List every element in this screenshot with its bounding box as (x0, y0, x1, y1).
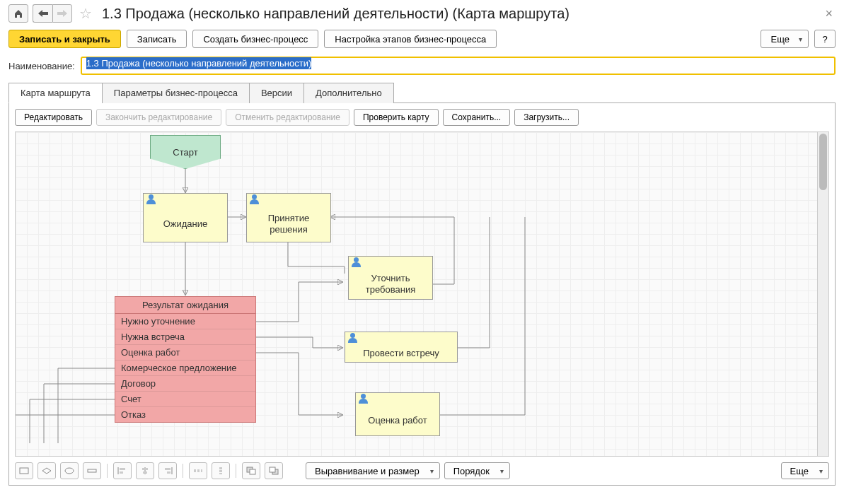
separator (183, 464, 183, 478)
svg-rect-11 (165, 468, 170, 470)
svg-rect-14 (197, 469, 200, 472)
distribute-icon (193, 467, 203, 475)
page-title: 1.3 Продажа (несколько направлений деяте… (102, 6, 818, 22)
tab-extra[interactable]: Дополнительно (304, 83, 394, 103)
shape-icon (87, 467, 97, 474)
separator (107, 464, 108, 478)
person-icon (146, 194, 156, 204)
stage-settings-button[interactable]: Настройка этапов бизнес-процесса (324, 30, 497, 48)
flow-switch-opt[interactable]: Отказ (115, 407, 255, 422)
check-map-button[interactable]: Проверить карту (354, 109, 439, 126)
shape-tool-2[interactable] (37, 462, 56, 479)
name-input[interactable]: 1.3 Продажа (несколько направлений деяте… (81, 57, 836, 75)
finish-edit-button: Закончить редактирование (96, 109, 221, 126)
svg-rect-16 (219, 467, 222, 469)
align-tool-1[interactable] (113, 462, 132, 479)
favorite-icon[interactable]: ☆ (79, 5, 92, 22)
home-button[interactable] (8, 4, 28, 23)
separator (236, 464, 236, 478)
flow-switch-opt[interactable]: Договор (115, 376, 255, 392)
svg-point-2 (65, 468, 74, 474)
align-size-dropdown[interactable]: Выравнивание и размер (306, 462, 440, 479)
load-map-button[interactable]: Загрузить... (514, 109, 579, 126)
save-button[interactable]: Записать (127, 30, 187, 48)
svg-rect-22 (270, 467, 275, 472)
distrib-tool-1[interactable] (189, 462, 207, 479)
align-icon (140, 467, 150, 475)
distrib-tool-2[interactable] (212, 462, 230, 479)
shape-icon (42, 467, 52, 474)
shape-icon (19, 467, 29, 474)
flow-task-meet[interactable]: Провести встречу (345, 332, 458, 363)
arrow-right-icon (57, 10, 67, 17)
forward-button[interactable] (52, 4, 72, 23)
edit-button[interactable]: Редактировать (15, 109, 92, 126)
flow-task-wait[interactable]: Ожидание (143, 193, 228, 242)
save-map-button[interactable]: Сохранить... (443, 109, 511, 126)
flow-switch-opt[interactable]: Нужна встреча (115, 329, 255, 345)
order-tool-1[interactable] (242, 462, 260, 479)
distribute-icon (216, 467, 226, 475)
person-icon (359, 394, 369, 404)
svg-rect-0 (20, 468, 28, 474)
more-button[interactable]: Еще (761, 30, 809, 48)
svg-rect-15 (201, 469, 202, 472)
save-close-button[interactable]: Записать и закрыть (8, 30, 121, 48)
svg-rect-9 (143, 471, 147, 474)
name-label: Наименование: (8, 61, 75, 71)
shape-tool-3[interactable] (60, 462, 79, 479)
person-icon (250, 194, 260, 204)
home-icon (13, 8, 23, 18)
flow-switch[interactable]: Результат ожидания Нужно уточнение Нужна… (115, 296, 256, 423)
person-icon (348, 333, 358, 343)
flow-switch-opt[interactable]: Счет (115, 392, 255, 407)
close-button[interactable]: × (822, 6, 836, 21)
flow-task-clarify[interactable]: Уточнить требования (348, 256, 433, 300)
order-tool-2[interactable] (265, 462, 283, 479)
tab-versions[interactable]: Версии (249, 83, 304, 103)
align-icon (163, 467, 173, 475)
svg-marker-1 (42, 468, 51, 474)
flow-switch-header: Результат ожидания (115, 297, 255, 314)
shape-tool-1[interactable] (15, 462, 33, 479)
arrow-left-icon (38, 10, 48, 17)
order-icon (269, 467, 279, 475)
align-icon (117, 467, 127, 475)
svg-rect-20 (250, 469, 255, 474)
cancel-edit-button: Отменить редактирование (226, 109, 349, 126)
order-icon (246, 467, 256, 475)
order-dropdown[interactable]: Порядок (444, 462, 510, 479)
vertical-scrollbar[interactable] (817, 132, 828, 456)
flow-switch-opt[interactable]: Комерческое предложение (115, 361, 255, 376)
svg-rect-3 (88, 469, 96, 472)
flow-start-label: Старт (173, 147, 197, 158)
tab-params[interactable]: Параметры бизнес-процесса (102, 83, 250, 103)
create-bp-button[interactable]: Создать бизнес-процесс (192, 30, 318, 48)
flow-task-decide[interactable]: Принятие решения (246, 193, 331, 242)
flow-task-estimate[interactable]: Оценка работ (355, 392, 440, 436)
flow-start[interactable]: Старт (150, 135, 221, 169)
person-icon (352, 257, 362, 267)
tab-route[interactable]: Карта маршрута (8, 83, 103, 103)
svg-rect-5 (120, 468, 125, 470)
flow-switch-opt[interactable]: Нужно уточнение (115, 314, 255, 329)
flow-switch-opt[interactable]: Оценка работ (115, 345, 255, 361)
svg-rect-18 (219, 473, 222, 474)
bottom-more-button[interactable]: Еще (781, 462, 829, 479)
align-tool-3[interactable] (158, 462, 177, 479)
svg-rect-8 (142, 468, 148, 470)
svg-rect-13 (194, 469, 196, 472)
align-tool-2[interactable] (136, 462, 154, 479)
svg-rect-12 (167, 471, 170, 474)
route-canvas[interactable]: Старт Ожидание Принятие решения Уточнить… (15, 131, 829, 457)
back-button[interactable] (33, 4, 52, 23)
help-button[interactable]: ? (814, 30, 836, 48)
shape-icon (64, 467, 74, 474)
svg-rect-17 (219, 470, 222, 472)
shape-tool-4[interactable] (83, 462, 101, 479)
svg-rect-6 (120, 471, 123, 474)
